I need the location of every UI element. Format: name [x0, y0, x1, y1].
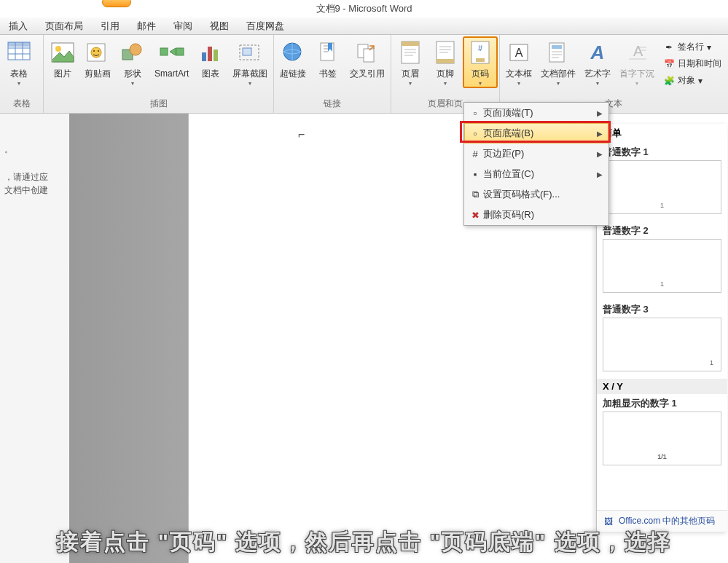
shapes-button[interactable]: 形状 ▾ — [115, 36, 150, 87]
ribbon: 表格 ▾ 表格 图片 剪贴画 形状 ▾ SmartArt — [0, 35, 728, 114]
title-bar: 文档9 - Microsoft Word — [0, 0, 728, 17]
submenu-arrow-icon: ▶ — [597, 130, 603, 138]
svg-rect-14 — [160, 48, 168, 55]
caret-icon: ▾ — [635, 80, 638, 87]
gallery-bold1-title: 加粗显示的数字 1 — [603, 397, 721, 410]
tab-mail[interactable]: 邮件 — [128, 17, 165, 35]
menu-current-label: 当前位置(C) — [483, 168, 534, 181]
datetime-button[interactable]: 📅 日期和时间 — [660, 56, 724, 71]
clipart-label: 剪贴画 — [85, 68, 111, 79]
gallery-preview-num: 1/1 — [657, 453, 667, 460]
screenshot-icon — [237, 39, 263, 66]
gallery-item-plain2[interactable]: 普通数字 2 1 — [597, 221, 727, 300]
textbox-button[interactable]: A 文本框 ▾ — [501, 36, 536, 87]
gallery-item-plain1[interactable]: 普通数字 1 1 — [597, 143, 727, 221]
tab-view[interactable]: 视图 — [201, 17, 238, 35]
shapes-icon — [120, 39, 146, 66]
wordart-icon: A — [584, 39, 611, 66]
wordart-button[interactable]: A 艺术字 ▾ — [580, 36, 615, 87]
svg-text:A: A — [633, 43, 643, 59]
gallery-item-bold1[interactable]: 加粗显示的数字 1 1/1 — [597, 394, 727, 473]
crossref-button[interactable]: 交叉引用 — [345, 36, 389, 79]
gallery-item-plain3[interactable]: 普通数字 3 1 — [597, 300, 727, 379]
dropcap-button[interactable]: A 首字下沉 ▾ — [615, 36, 659, 87]
menu-current-position[interactable]: ▪ 当前位置(C) ▶ — [464, 164, 608, 184]
gallery-office-more[interactable]: 🖼 Office.com 中的其他页码 — [597, 510, 727, 532]
navpane-dot: 。 — [4, 143, 65, 156]
gallery-plain3-preview: 1 — [603, 318, 721, 371]
page-gutter — [69, 114, 188, 563]
chart-button[interactable]: 图表 — [193, 36, 228, 79]
gallery-plain2-title: 普通数字 2 — [603, 224, 721, 237]
tab-review[interactable]: 审阅 — [165, 17, 201, 35]
gallery-bold1-preview: 1/1 — [603, 412, 721, 465]
navpane-text2: 文档中创建 — [4, 184, 65, 197]
group-headerfooter: 页眉 ▾ 页脚 ▾ # 页码 ▾ 页眉和页 — [391, 35, 500, 113]
datetime-icon: 📅 — [663, 58, 675, 70]
picture-icon — [50, 39, 76, 66]
group-links-label: 链接 — [275, 96, 389, 113]
tables-button[interactable]: 表格 ▾ — [1, 36, 36, 87]
page-top-icon: ▫ — [467, 108, 483, 119]
footer-label: 页脚 — [437, 68, 454, 79]
object-button[interactable]: 🧩 对象 ▾ — [660, 73, 724, 88]
header-button[interactable]: 页眉 ▾ — [393, 36, 428, 87]
tab-page-layout[interactable]: 页面布局 — [36, 17, 92, 35]
chart-icon — [197, 39, 224, 66]
screenshot-button[interactable]: 屏幕截图 ▾ — [228, 36, 272, 87]
footer-button[interactable]: 页脚 ▾ — [428, 36, 463, 87]
object-label: 对象 — [678, 74, 695, 87]
text-small-buttons: ✒ 签名行 ▾ 📅 日期和时间 🧩 对象 ▾ — [659, 36, 726, 91]
text-cursor: ⌐ — [298, 128, 305, 141]
dropcap-label: 首字下沉 — [619, 68, 654, 79]
gallery-preview-num: 1 — [660, 280, 664, 288]
svg-rect-30 — [437, 59, 454, 63]
tab-insert[interactable]: 插入 — [0, 17, 36, 35]
clipart-button[interactable]: 剪贴画 — [80, 36, 115, 79]
svg-point-13 — [130, 44, 141, 55]
signature-button[interactable]: ✒ 签名行 ▾ — [660, 39, 724, 55]
smartart-button[interactable]: SmartArt — [150, 36, 193, 79]
menu-remove-pagenum[interactable]: ✖ 删除页码(R) — [464, 205, 608, 225]
svg-rect-33 — [476, 58, 485, 62]
hyperlink-button[interactable]: 超链接 — [275, 36, 310, 79]
group-tables-label: 表格 — [1, 96, 42, 113]
quick-access-badge — [102, 0, 131, 7]
menu-page-top[interactable]: ▫ 页面顶端(T) ▶ — [464, 103, 608, 123]
menu-margins-label: 页边距(P) — [483, 147, 524, 160]
group-illustrations: 图片 剪贴画 形状 ▾ SmartArt 图表 屏幕截图 — [44, 35, 274, 113]
chart-label: 图表 — [202, 68, 219, 79]
ribbon-tabs: 插入 页面布局 引用 邮件 审阅 视图 百度网盘 — [0, 17, 728, 35]
format-icon: ⧉ — [467, 189, 483, 200]
svg-point-7 — [55, 46, 61, 52]
gallery-plain2-preview: 1 — [603, 239, 721, 293]
gallery-section-xy: X / Y — [597, 379, 727, 394]
menu-format-label: 设置页码格式(F)... — [483, 188, 560, 201]
quickparts-button[interactable]: 文档部件 ▾ — [536, 36, 580, 87]
group-illustrations-label: 插图 — [45, 96, 272, 113]
bookmark-label: 书签 — [319, 68, 337, 79]
menu-page-bottom[interactable]: ▫ 页面底端(B) ▶ — [464, 123, 608, 143]
navigation-pane: 。 ，请通过应 文档中创建 — [0, 114, 69, 563]
pagenum-button[interactable]: # 页码 ▾ — [463, 36, 498, 88]
pagenum-gallery: 简单 普通数字 1 1 普通数字 2 1 普通数字 3 1 X / Y 加粗显示… — [596, 124, 727, 532]
textbox-label: 文本框 — [506, 68, 532, 79]
pagenum-icon: # — [467, 39, 493, 66]
smartart-label: SmartArt — [154, 68, 189, 79]
gallery-plain3-title: 普通数字 3 — [603, 303, 721, 316]
bookmark-button[interactable]: 书签 — [310, 36, 345, 79]
svg-rect-21 — [243, 48, 251, 55]
shapes-label: 形状 — [124, 68, 141, 79]
group-text: A 文本框 ▾ 文档部件 ▾ A 艺术字 ▾ A 首字下沉 ▾ ✒ — [500, 35, 727, 113]
caret-icon: ▾ — [596, 80, 599, 87]
gallery-header-simple: 简单 — [597, 124, 727, 143]
svg-rect-37 — [552, 45, 562, 49]
menu-page-margins[interactable]: # 页边距(P) ▶ — [464, 143, 608, 164]
svg-rect-18 — [208, 47, 212, 61]
tab-references[interactable]: 引用 — [92, 17, 128, 35]
picture-button[interactable]: 图片 — [45, 36, 80, 79]
office-icon: 🖼 — [603, 516, 614, 527]
tab-baidu[interactable]: 百度网盘 — [238, 17, 293, 35]
caret-icon: ▾ — [517, 80, 520, 87]
menu-format-pagenum[interactable]: ⧉ 设置页码格式(F)... — [464, 184, 608, 205]
